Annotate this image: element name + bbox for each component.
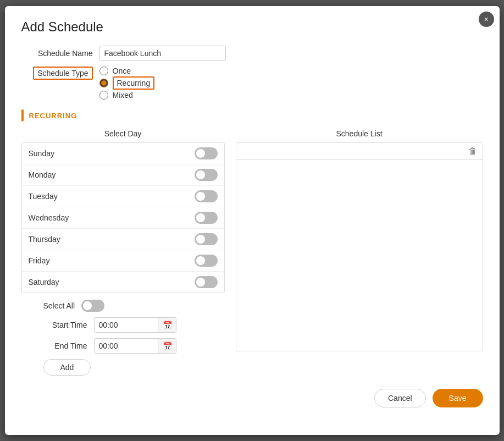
start-time-label: Start Time	[43, 321, 87, 329]
radio-mixed-row: Mixed	[99, 91, 155, 100]
toggle-wednesday[interactable]	[195, 212, 218, 224]
toggle-friday[interactable]	[195, 255, 218, 267]
day-table: Sunday Monday Tuesday	[21, 142, 225, 293]
radio-recurring-row: Recurring	[99, 79, 155, 87]
end-time-input[interactable]	[95, 339, 158, 353]
radio-recurring-label: Recurring	[113, 79, 155, 87]
add-schedule-modal: × Add Schedule Schedule Name Schedule Ty…	[5, 6, 500, 435]
toggle-thursday-slider	[195, 233, 218, 245]
radio-recurring[interactable]	[99, 79, 108, 87]
day-row-sunday: Sunday	[22, 143, 224, 164]
day-row-wednesday: Wednesday	[22, 207, 224, 229]
select-day-header: Select Day	[21, 129, 225, 138]
left-column: Select Day Sunday Monday	[21, 129, 225, 376]
day-row-tuesday: Tuesday	[22, 186, 224, 207]
day-friday-label: Friday	[29, 256, 50, 265]
two-col-layout: Select Day Sunday Monday	[21, 129, 483, 376]
toggle-wednesday-slider	[195, 212, 218, 224]
day-saturday-label: Saturday	[29, 278, 59, 286]
toggle-thursday[interactable]	[195, 233, 218, 245]
toggle-sunday[interactable]	[195, 147, 218, 159]
day-row-friday: Friday	[22, 250, 224, 272]
schedule-list-header-bar: 🗑	[236, 143, 483, 160]
start-time-input-wrap: 📅	[94, 317, 176, 333]
schedule-name-row: Schedule Name	[21, 46, 483, 61]
recurring-section-title: RECURRING	[29, 112, 77, 120]
start-time-row: Start Time 📅	[43, 317, 225, 333]
day-row-thursday: Thursday	[22, 229, 224, 250]
schedule-list-box: 🗑	[236, 142, 483, 351]
schedule-type-label: Schedule Type	[21, 67, 93, 78]
trash-icon[interactable]: 🗑	[468, 146, 477, 156]
toggle-tuesday-slider	[195, 190, 218, 202]
select-all-label: Select All	[43, 301, 75, 310]
schedule-type-radio-group: Once Recurring Mixed	[99, 67, 155, 100]
add-button[interactable]: Add	[43, 359, 91, 376]
start-time-calendar-button[interactable]: 📅	[158, 318, 176, 332]
radio-mixed[interactable]	[99, 91, 108, 100]
end-time-calendar-button[interactable]: 📅	[158, 339, 176, 353]
radio-once[interactable]	[99, 67, 108, 75]
end-time-input-wrap: 📅	[94, 338, 176, 354]
section-bar	[21, 109, 24, 122]
end-time-label: End Time	[43, 341, 87, 350]
radio-once-row: Once	[99, 67, 155, 75]
day-monday-label: Monday	[29, 170, 56, 179]
modal-title: Add Schedule	[21, 19, 483, 35]
day-row-saturday: Saturday	[22, 272, 224, 293]
schedule-list-header: Schedule List	[236, 129, 483, 138]
day-row-monday: Monday	[22, 164, 224, 186]
toggle-sunday-slider	[195, 147, 218, 159]
right-column: Schedule List 🗑	[236, 129, 483, 376]
schedule-name-label: Schedule Name	[21, 49, 93, 58]
select-all-row: Select All	[43, 300, 225, 312]
toggle-tuesday[interactable]	[195, 190, 218, 202]
toggle-select-all[interactable]	[81, 300, 104, 312]
recurring-section-divider: RECURRING	[21, 109, 483, 122]
day-thursday-label: Thursday	[29, 235, 60, 244]
day-sunday-label: Sunday	[29, 149, 54, 158]
radio-once-label: Once	[113, 67, 131, 75]
radio-mixed-label: Mixed	[113, 91, 133, 100]
save-button[interactable]: Save	[433, 389, 483, 407]
day-tuesday-label: Tuesday	[29, 192, 58, 201]
add-button-row: Add	[43, 359, 225, 376]
cancel-button[interactable]: Cancel	[374, 389, 426, 407]
toggle-monday-slider	[195, 169, 218, 181]
start-time-input[interactable]	[95, 318, 158, 332]
footer-row: Cancel Save	[21, 389, 483, 407]
end-time-row: End Time 📅	[43, 338, 225, 354]
day-wednesday-label: Wednesday	[29, 213, 69, 222]
toggle-select-all-slider	[81, 300, 104, 312]
toggle-monday[interactable]	[195, 169, 218, 181]
close-button[interactable]: ×	[479, 12, 494, 27]
toggle-friday-slider	[195, 255, 218, 267]
schedule-type-row: Schedule Type Once Recurring Mixed	[21, 67, 483, 100]
schedule-name-input[interactable]	[99, 46, 226, 61]
toggle-saturday[interactable]	[195, 276, 218, 288]
toggle-saturday-slider	[195, 276, 218, 288]
